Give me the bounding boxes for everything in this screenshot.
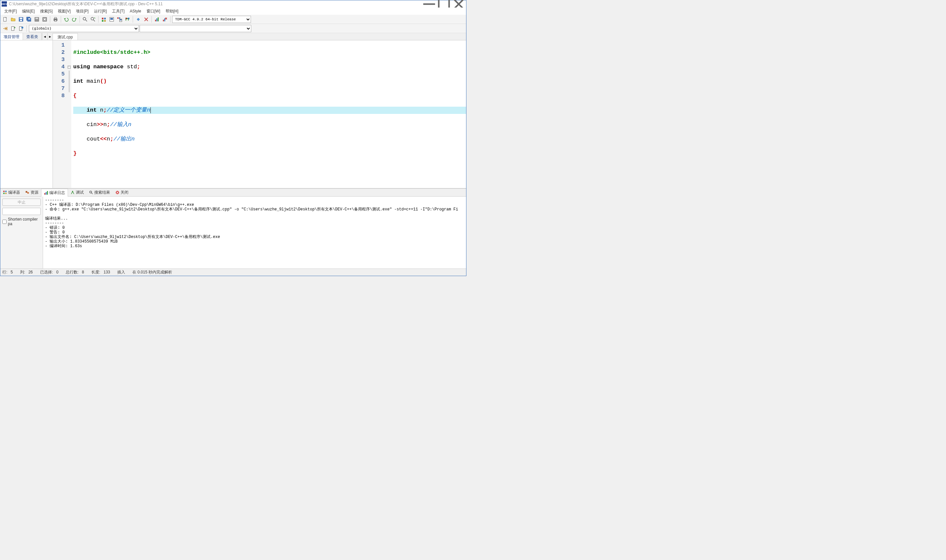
new-file-icon[interactable] [2, 16, 9, 23]
svg-point-47 [22, 26, 23, 29]
status-row: 行: 5 [2, 269, 13, 275]
window: DEV C:\Users\wuzhe_9ljw1t2\Desktop\所有文本\… [0, 0, 467, 276]
svg-rect-26 [104, 20, 106, 22]
menu-run[interactable]: 运行[R] [91, 8, 109, 15]
bottom-panel: 编译器 资源 编译日志 调试 搜索结果 关闭 [0, 188, 466, 269]
svg-rect-12 [35, 18, 38, 19]
goto-icon[interactable] [2, 25, 9, 32]
compiler-select[interactable]: TDM-GCC 4.9.2 64-bit Release [172, 16, 251, 23]
toolbar-main: TDM-GCC 4.9.2 64-bit Release [0, 15, 466, 24]
menu-tools[interactable]: 工具[T] [109, 8, 127, 15]
svg-rect-40 [163, 20, 164, 22]
bottom-tab-compiler[interactable]: 编译器 [0, 189, 23, 196]
find-icon[interactable] [82, 16, 89, 23]
svg-rect-37 [155, 20, 156, 22]
svg-rect-6 [20, 18, 22, 19]
file-tab[interactable]: 测试.cpp [53, 33, 78, 40]
sidebar-tab-next[interactable]: ► [47, 33, 52, 40]
svg-rect-23 [102, 18, 103, 19]
shorten-checkbox[interactable] [2, 220, 6, 224]
compile-log[interactable]: -------- - C++ 编译器: D:\Program Files (x8… [43, 197, 466, 269]
sidebar: 项目管理 查看类 ◄ ► [0, 33, 53, 188]
redo-icon[interactable] [71, 16, 78, 23]
svg-rect-54 [44, 193, 45, 195]
sidebar-tab-classes[interactable]: 查看类 [23, 33, 42, 40]
member-select[interactable] [140, 25, 251, 32]
bottom-tab-log[interactable]: 编译日志 [41, 189, 68, 197]
replace-icon[interactable] [89, 16, 97, 23]
close-file-icon[interactable] [41, 16, 48, 23]
compile-run-icon[interactable] [116, 16, 123, 23]
menu-astyle[interactable]: AStyle [127, 8, 144, 14]
status-selected: 已选择: 0 [40, 269, 59, 275]
globals-select[interactable]: (globals) [29, 25, 139, 32]
save-as-icon[interactable] [33, 16, 40, 23]
svg-line-20 [85, 20, 87, 22]
svg-rect-45 [11, 26, 14, 31]
fold-toggle-icon[interactable]: − [68, 66, 71, 69]
svg-point-57 [72, 191, 73, 192]
bottom-tab-resource[interactable]: 资源 [23, 189, 41, 196]
svg-rect-49 [5, 191, 6, 192]
menu-project[interactable]: 项目[P] [73, 8, 91, 15]
rebuild-icon[interactable] [124, 16, 131, 23]
line-gutter: 12345678 [53, 40, 67, 188]
titlebar: DEV C:\Users\wuzhe_9ljw1t2\Desktop\所有文本\… [0, 0, 466, 8]
sidebar-tab-project[interactable]: 项目管理 [0, 33, 23, 40]
svg-rect-50 [3, 193, 5, 194]
maximize-button[interactable] [436, 0, 451, 8]
code-editor[interactable]: 12345678 − #include<bits/stdc++.h> using… [53, 40, 466, 188]
menu-edit[interactable]: 编辑[E] [19, 8, 37, 15]
menu-search[interactable]: 搜索[S] [37, 8, 55, 15]
svg-rect-52 [26, 191, 27, 193]
save-icon[interactable] [17, 16, 25, 23]
svg-rect-29 [117, 17, 119, 19]
status-length: 长度: 133 [91, 269, 110, 275]
svg-rect-55 [46, 192, 47, 195]
bottom-tab-debug[interactable]: 调试 [68, 189, 86, 196]
goto-bookmark-icon[interactable] [17, 25, 25, 32]
run-icon[interactable] [108, 16, 115, 23]
status-parse-time: 在 0.015 秒内完成解析 [133, 269, 172, 275]
menu-file[interactable]: 文件[F] [2, 8, 19, 15]
svg-line-22 [93, 20, 95, 22]
stop-debug-icon[interactable] [143, 16, 150, 23]
menu-help[interactable]: 帮助[H] [163, 8, 181, 15]
debug-icon[interactable] [135, 16, 142, 23]
delete-profile-icon[interactable] [161, 16, 168, 23]
status-col: 列: 26 [20, 269, 33, 275]
toolbar-nav: (globals) [0, 24, 466, 33]
main-area: 项目管理 查看类 ◄ ► 测试.cpp 12345678 − [0, 33, 466, 188]
menu-view[interactable]: 视图[V] [55, 8, 73, 15]
code-content[interactable]: #include<bits/stdc++.h> using namespace … [71, 40, 466, 188]
bottom-tab-close[interactable]: 关闭 [112, 189, 131, 196]
window-title: C:\Users\wuzhe_9ljw1t2\Desktop\所有文本\DEV-… [9, 1, 422, 7]
svg-rect-25 [102, 20, 103, 22]
compile-icon[interactable] [100, 16, 108, 23]
svg-rect-44 [6, 27, 7, 30]
app-icon: DEV [2, 1, 7, 6]
bottom-tab-search[interactable]: 搜索结果 [86, 189, 112, 196]
svg-rect-48 [3, 191, 5, 192]
filter-input[interactable] [2, 208, 41, 215]
svg-rect-28 [110, 18, 113, 20]
menu-window[interactable]: 窗口[W] [144, 8, 163, 15]
svg-line-59 [91, 193, 92, 194]
profile-icon[interactable] [153, 16, 160, 23]
fold-gutter: − [67, 40, 71, 188]
sidebar-tab-prev[interactable]: ◄ [42, 33, 47, 40]
print-icon[interactable] [52, 16, 59, 23]
bookmark-icon[interactable] [9, 25, 17, 32]
minimize-button[interactable] [422, 0, 436, 8]
status-insert-mode: 插入 [117, 269, 125, 275]
svg-rect-17 [54, 17, 57, 19]
stop-button[interactable]: 中止 [2, 198, 41, 206]
open-file-icon[interactable] [9, 16, 17, 23]
save-all-icon[interactable] [25, 16, 32, 23]
bottom-tabs: 编译器 资源 编译日志 调试 搜索结果 关闭 [0, 189, 466, 197]
close-button[interactable] [451, 0, 466, 8]
undo-icon[interactable] [63, 16, 70, 23]
svg-rect-38 [156, 18, 157, 22]
shorten-checkbox-label[interactable]: Shorten compiler pa [2, 217, 41, 226]
svg-rect-32 [120, 19, 122, 20]
